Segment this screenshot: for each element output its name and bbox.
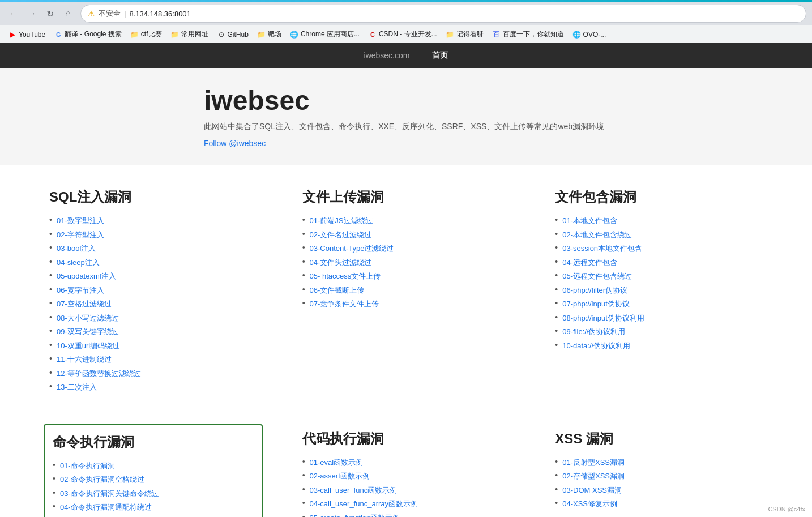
list-item: 04-命令执行漏洞通配符绕过: [53, 502, 254, 513]
list-item-link[interactable]: 08-大小写过滤绕过: [57, 313, 119, 324]
list-item: 09-file://伪协议利用: [555, 326, 763, 337]
folder-icon: 📁: [446, 31, 454, 39]
list-item-link[interactable]: 05-updatexml注入: [57, 271, 116, 282]
insecure-label: 不安全: [99, 8, 121, 19]
list-item: 06-文件截断上传: [302, 285, 510, 296]
list-item-link[interactable]: 01-反射型XSS漏洞: [562, 457, 625, 468]
back-button[interactable]: ←: [6, 6, 22, 22]
section-title-sql: SQL注入漏洞: [49, 188, 257, 206]
csdn-icon: C: [369, 31, 377, 39]
list-item-link[interactable]: 03-call_user_func函数示例: [310, 485, 398, 496]
github-icon: ⊙: [217, 31, 225, 39]
list-item-link[interactable]: 05- htaccess文件上传: [310, 271, 381, 282]
list-item-link[interactable]: 02-assert函数示例: [310, 471, 370, 482]
browser-chrome: ← → ↻ ⌂ ⚠ 不安全 | ▶ YouTube G 翻译 - Google …: [0, 2, 812, 43]
list-item-link[interactable]: 01-数字型注入: [57, 215, 104, 227]
footer-note: CSDN @c4fx: [768, 506, 805, 512]
list-item-link[interactable]: 04-文件头过滤绕过: [310, 257, 372, 268]
bookmark-translate[interactable]: G 翻译 - Google 搜索: [50, 28, 126, 41]
list-item-link[interactable]: 11-十六进制绕过: [57, 354, 112, 365]
list-item: 08-大小写过滤绕过: [49, 313, 257, 324]
bookmark-baidu[interactable]: 百 百度一下，你就知道: [489, 28, 568, 41]
address-separator: |: [124, 10, 126, 18]
list-item-link[interactable]: 10-双重url编码绕过: [57, 340, 119, 352]
list-item-link[interactable]: 03-Content-Type过滤绕过: [310, 243, 394, 254]
section-codeexec: 代码执行漏洞01-eval函数示例02-assert函数示例03-call_us…: [297, 424, 516, 518]
folder-icon: 📁: [171, 31, 179, 39]
bookmark-label: 翻译 - Google 搜索: [65, 29, 122, 39]
home-button[interactable]: ⌂: [60, 6, 76, 22]
list-item-link[interactable]: 05-远程文件包含绕过: [562, 271, 632, 282]
bookmark-jide[interactable]: 📁 记得看呀: [442, 28, 488, 41]
list-item-link[interactable]: 09-双写关键字绕过: [57, 326, 119, 337]
list-item-link[interactable]: 05-create_function函数示例: [310, 512, 400, 518]
list-item-link[interactable]: 03-DOM XSS漏洞: [562, 485, 622, 496]
list-item-link[interactable]: 04-远程文件包含: [562, 257, 617, 268]
section-list-cmd: 01-命令执行漏洞02-命令执行漏洞空格绕过03-命令执行漏洞关键命令绕过04-…: [53, 460, 254, 518]
main-content: SQL注入漏洞01-数字型注入02-字符型注入03-bool注入04-sleep…: [10, 165, 802, 517]
list-item: 10-data://伪协议利用: [555, 340, 763, 352]
reload-button[interactable]: ↻: [42, 6, 58, 22]
list-item: 02-文件名过滤绕过: [302, 229, 510, 241]
section-title-codeexec: 代码执行漏洞: [302, 430, 510, 448]
bookmark-youtube[interactable]: ▶ YouTube: [5, 29, 49, 40]
list-item-link[interactable]: 06-php://filter伪协议: [562, 285, 627, 296]
list-item-link[interactable]: 02-命令执行漏洞空格绕过: [60, 474, 144, 485]
list-item-link[interactable]: 13-二次注入: [57, 382, 97, 393]
list-item: 02-字符型注入: [49, 229, 257, 241]
list-item-link[interactable]: 07-空格过滤绕过: [57, 298, 112, 310]
warning-icon: ⚠: [88, 9, 95, 18]
list-item-link[interactable]: 02-本地文件包含绕过: [562, 229, 632, 241]
list-item-link[interactable]: 01-eval函数示例: [310, 457, 364, 468]
list-item-link[interactable]: 02-字符型注入: [57, 229, 104, 241]
list-item-link[interactable]: 04-命令执行漏洞通配符绕过: [60, 502, 152, 513]
bookmark-common[interactable]: 📁 常用网址: [167, 28, 212, 41]
section-fileupload: 文件上传漏洞01-前端JS过滤绕过02-文件名过滤绕过03-Content-Ty…: [297, 182, 516, 401]
bookmark-target[interactable]: 📁 靶场: [254, 28, 285, 41]
list-item-link[interactable]: 07-php://input伪协议: [562, 298, 630, 310]
forward-button[interactable]: →: [24, 6, 40, 22]
bookmark-github[interactable]: ⊙ GitHub: [213, 29, 253, 40]
section-title-fileinclude: 文件包含漏洞: [555, 188, 763, 206]
list-item-link[interactable]: 08-php://input伪协议利用: [562, 313, 644, 324]
list-item: 04-call_user_func_array函数示例: [302, 498, 510, 510]
url-input[interactable]: [129, 10, 799, 18]
list-item-link[interactable]: 02-存储型XSS漏洞: [562, 471, 625, 482]
baidu-icon: 百: [493, 31, 501, 39]
list-item: 02-assert函数示例: [302, 471, 510, 482]
nav-home[interactable]: 首页: [432, 50, 448, 61]
hero-title: iwebsec: [204, 85, 789, 116]
nav-logo[interactable]: iwebsec.com: [364, 51, 410, 60]
bookmark-chrome-store[interactable]: 🌐 Chrome 应用商店...: [287, 28, 364, 41]
list-item-link[interactable]: 04-call_user_func_array函数示例: [310, 498, 418, 510]
bookmark-ovo[interactable]: 🌐 OVO-...: [569, 29, 610, 40]
list-item: 01-数字型注入: [49, 215, 257, 227]
list-item-link[interactable]: 12-等价函数替换过滤绕过: [57, 368, 141, 379]
section-cmd: 命令执行漏洞01-命令执行漏洞02-命令执行漏洞空格绕过03-命令执行漏洞关键命…: [44, 424, 263, 518]
list-item-link[interactable]: 03-session本地文件包含: [562, 243, 642, 254]
follow-link[interactable]: Follow @iwebsec: [204, 139, 266, 148]
list-item-link[interactable]: 06-宽字节注入: [57, 285, 104, 296]
list-item-link[interactable]: 03-bool注入: [57, 243, 96, 254]
list-item: 09-双写关键字绕过: [49, 326, 257, 337]
list-item: 01-本地文件包含: [555, 215, 763, 227]
address-bar[interactable]: ⚠ 不安全 |: [80, 5, 806, 23]
bookmark-csdn[interactable]: C CSDN - 专业开发...: [365, 28, 441, 41]
bookmark-ctf[interactable]: 📁 ctf比赛: [127, 28, 166, 41]
list-item-link[interactable]: 04-sleep注入: [57, 257, 100, 268]
list-item-link[interactable]: 09-file://伪协议利用: [562, 326, 625, 337]
list-item: 05-远程文件包含绕过: [555, 271, 763, 282]
list-item-link[interactable]: 01-本地文件包含: [562, 215, 617, 227]
list-item: 06-php://filter伪协议: [555, 285, 763, 296]
list-item-link[interactable]: 06-文件截断上传: [310, 285, 365, 296]
list-item: 05-create_function函数示例: [302, 512, 510, 518]
list-item-link[interactable]: 01-前端JS过滤绕过: [310, 215, 373, 227]
list-item-link[interactable]: 02-文件名过滤绕过: [310, 229, 372, 241]
list-item-link[interactable]: 03-命令执行漏洞关键命令绕过: [60, 488, 159, 499]
list-item-link[interactable]: 10-data://伪协议利用: [562, 340, 630, 352]
list-item-link[interactable]: 04-XSS修复示例: [562, 498, 617, 510]
list-item: 03-Content-Type过滤绕过: [302, 243, 510, 254]
list-item-link[interactable]: 07-竞争条件文件上传: [310, 298, 379, 310]
list-item: 02-命令执行漏洞空格绕过: [53, 474, 254, 485]
list-item-link[interactable]: 01-命令执行漏洞: [60, 460, 115, 472]
